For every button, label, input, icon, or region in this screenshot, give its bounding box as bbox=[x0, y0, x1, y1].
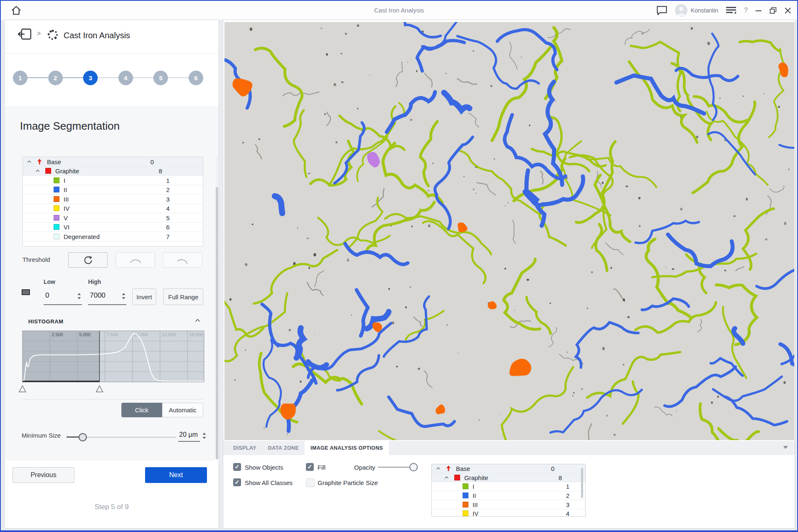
fill-checkbox[interactable] bbox=[306, 463, 314, 471]
histogram-chart[interactable]: 2.5005.0007.50010.00012.50015.000 bbox=[22, 331, 204, 393]
low-label: Low bbox=[44, 278, 55, 285]
class-row-i[interactable]: I1 bbox=[23, 176, 203, 185]
class-color-swatch bbox=[463, 510, 468, 516]
collapse-chevron-icon[interactable] bbox=[35, 170, 40, 172]
class-row-v[interactable]: V5 bbox=[23, 213, 203, 223]
viewer-panel: DISPLAYDATA ZONEIMAGE ANALYSIS OPTIONS S… bbox=[223, 20, 795, 529]
help-icon[interactable]: ? bbox=[744, 7, 748, 14]
wizard-step-2[interactable]: 2 bbox=[48, 71, 63, 85]
mode-automatic-button[interactable]: Automatic bbox=[162, 403, 203, 417]
show-all-classes-checkbox[interactable] bbox=[233, 478, 241, 486]
restore-icon[interactable] bbox=[769, 7, 777, 14]
wizard-step-3[interactable]: 3 bbox=[83, 71, 98, 85]
minimum-size-value[interactable]: 20 µm bbox=[179, 431, 198, 438]
class-count: 8 bbox=[559, 474, 562, 481]
minimum-size-stepper[interactable] bbox=[202, 432, 206, 439]
exit-workflow-icon[interactable] bbox=[17, 27, 32, 41]
class-color-swatch bbox=[45, 168, 51, 174]
opacity-slider-knob[interactable] bbox=[409, 463, 418, 471]
base-arrow-icon bbox=[446, 466, 451, 471]
class-row-graphite[interactable]: Graphite8 bbox=[23, 167, 203, 176]
class-row-graphite[interactable]: Graphite8 bbox=[432, 473, 585, 483]
opacity-slider-track[interactable] bbox=[378, 467, 414, 468]
options-tree-scrollbar-thumb[interactable] bbox=[581, 468, 583, 498]
wizard-step-4[interactable]: 4 bbox=[118, 71, 133, 85]
collapse-chevron-icon[interactable] bbox=[444, 476, 449, 479]
histogram-range-handle[interactable] bbox=[96, 386, 103, 392]
class-row-vi[interactable]: VI6 bbox=[23, 223, 203, 232]
class-color-swatch bbox=[454, 475, 460, 480]
reset-icon bbox=[83, 255, 93, 265]
wizard-step-5[interactable]: 5 bbox=[153, 71, 168, 85]
threshold-label: Threshold bbox=[22, 256, 50, 263]
class-count: 0 bbox=[150, 158, 154, 165]
undo-arc-icon bbox=[129, 257, 142, 264]
low-value-input[interactable]: 0 bbox=[45, 291, 49, 300]
sidebar-scrollbar-thumb[interactable] bbox=[216, 187, 218, 459]
class-row-ii[interactable]: II2 bbox=[432, 491, 585, 500]
avatar[interactable] bbox=[675, 4, 687, 17]
class-row-iii[interactable]: III3 bbox=[432, 500, 585, 509]
invert-button[interactable]: Invert bbox=[132, 288, 156, 305]
specimen-image[interactable] bbox=[224, 22, 794, 440]
wizard-step-6[interactable]: 6 bbox=[189, 71, 203, 85]
class-row-ii[interactable]: II2 bbox=[23, 185, 203, 195]
breadcrumb-separator: > bbox=[37, 30, 41, 37]
high-stepper[interactable] bbox=[122, 293, 126, 300]
class-count: 8 bbox=[159, 167, 162, 175]
class-count: 3 bbox=[566, 501, 569, 508]
divider bbox=[22, 399, 203, 399]
wizard-connector bbox=[168, 77, 189, 78]
full-range-button[interactable]: Full Range bbox=[163, 288, 203, 305]
collapse-chevron-icon[interactable] bbox=[27, 160, 32, 163]
class-row-iv[interactable]: IV4 bbox=[432, 509, 585, 517]
collapse-chevron-icon[interactable] bbox=[436, 467, 441, 470]
options-class-tree: Base0Graphite8I1II2III3IV4 bbox=[431, 464, 586, 517]
class-row-base[interactable]: Base0 bbox=[432, 464, 585, 473]
high-value-input[interactable]: 7000 bbox=[90, 291, 106, 300]
class-label: Graphite bbox=[464, 474, 488, 481]
fill-label: Fill bbox=[318, 464, 325, 471]
class-row-degenerated[interactable]: Degenerated7 bbox=[23, 232, 203, 241]
class-label: VI bbox=[64, 224, 69, 231]
undo-button[interactable] bbox=[116, 252, 155, 268]
show-objects-checkbox[interactable] bbox=[233, 463, 241, 471]
svg-text:12.500: 12.500 bbox=[162, 332, 176, 337]
previous-button[interactable]: Previous bbox=[12, 467, 74, 483]
svg-text:7.500: 7.500 bbox=[107, 332, 118, 337]
left-class-tree: Base0Graphite8I1II2III3IV4V5VI6Degenerat… bbox=[22, 157, 203, 246]
feedback-icon[interactable] bbox=[656, 5, 667, 15]
mode-click-button[interactable]: Click bbox=[121, 403, 162, 417]
minimize-icon[interactable] bbox=[755, 7, 762, 14]
wizard-step-1[interactable]: 1 bbox=[13, 71, 27, 85]
class-row-iv[interactable]: IV4 bbox=[23, 204, 203, 214]
class-color-swatch bbox=[54, 234, 59, 239]
reset-threshold-button[interactable] bbox=[68, 252, 108, 268]
next-button[interactable]: Next bbox=[145, 467, 207, 483]
close-icon[interactable] bbox=[784, 7, 791, 14]
class-row-iii[interactable]: III3 bbox=[23, 195, 203, 204]
graphite-particle-size-checkbox[interactable] bbox=[306, 478, 315, 487]
histogram-collapse-icon[interactable] bbox=[195, 319, 200, 322]
class-label: V bbox=[64, 214, 68, 221]
tab-data-zone[interactable]: DATA ZONE bbox=[262, 441, 305, 455]
opacity-label: Opacity bbox=[354, 464, 375, 471]
step-wizard: 123456 bbox=[13, 70, 203, 85]
user-name[interactable]: Konstantin bbox=[691, 7, 718, 14]
class-row-base[interactable]: Base0 bbox=[23, 157, 203, 167]
redo-button[interactable] bbox=[163, 252, 202, 268]
minimum-size-slider-knob[interactable] bbox=[79, 433, 87, 441]
high-underline bbox=[88, 304, 126, 305]
class-row-i[interactable]: I1 bbox=[432, 482, 585, 491]
menu-icon[interactable] bbox=[726, 6, 736, 15]
class-color-swatch bbox=[54, 196, 59, 202]
class-label: IV bbox=[64, 205, 69, 212]
low-stepper[interactable] bbox=[77, 293, 81, 300]
wizard-connector bbox=[98, 77, 118, 78]
tab-overflow-icon[interactable] bbox=[783, 446, 788, 449]
tab-image-analysis-options[interactable]: IMAGE ANALYSIS OPTIONS bbox=[305, 441, 389, 455]
high-label: High bbox=[88, 278, 101, 285]
tab-display[interactable]: DISPLAY bbox=[227, 441, 262, 455]
app-window: Cast Iron Analysis Konstantin ? bbox=[0, 0, 798, 532]
class-label: Base bbox=[47, 158, 61, 165]
